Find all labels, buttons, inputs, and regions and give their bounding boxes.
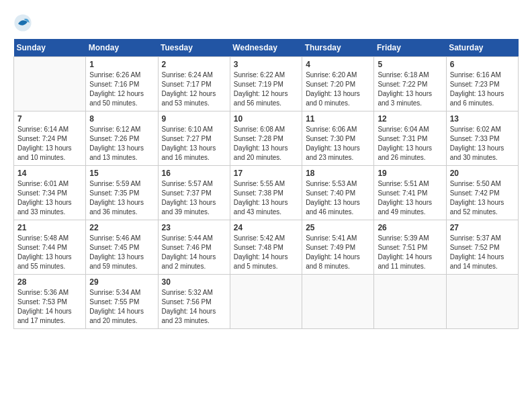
day-info-line: and 33 minutes. — [17, 208, 65, 216]
weekday-header-thursday: Thursday — [302, 39, 374, 57]
day-info-line: and 56 minutes. — [234, 99, 281, 107]
day-number: 28 — [17, 277, 82, 287]
day-info-line: Sunset: 7:46 PM — [162, 244, 212, 251]
day-cell: 25Sunrise: 5:41 AMSunset: 7:49 PMDayligh… — [302, 220, 374, 275]
day-cell: 21Sunrise: 5:48 AMSunset: 7:44 PMDayligh… — [14, 220, 86, 275]
day-info-line: Sunset: 7:38 PM — [234, 189, 283, 197]
day-info-line: Daylight: 13 hours — [89, 144, 144, 152]
day-info: Sunrise: 6:18 AMSunset: 7:22 PMDaylight:… — [378, 71, 442, 108]
day-info-line: Sunset: 7:51 PM — [378, 244, 427, 251]
day-info-line: Sunset: 7:26 PM — [89, 135, 139, 142]
day-info: Sunrise: 6:26 AMSunset: 7:16 PMDaylight:… — [89, 71, 154, 108]
day-info-line: and 13 minutes. — [89, 154, 137, 161]
day-info-line: Sunrise: 5:42 AM — [234, 234, 285, 242]
day-number: 6 — [450, 60, 515, 69]
day-info-line: Sunset: 7:44 PM — [17, 244, 67, 251]
day-info: Sunrise: 6:06 AMSunset: 7:30 PMDaylight:… — [306, 125, 370, 163]
day-info-line: Sunset: 7:22 PM — [378, 81, 427, 88]
week-row-3: 14Sunrise: 6:01 AMSunset: 7:34 PMDayligh… — [14, 166, 519, 220]
day-info-line: and 23 minutes. — [306, 154, 353, 161]
day-info-line: Sunset: 7:52 PM — [450, 244, 500, 251]
day-info-line: and 23 minutes. — [162, 317, 210, 324]
day-info-line: Sunset: 7:16 PM — [89, 81, 139, 88]
day-info: Sunrise: 6:22 AMSunset: 7:19 PMDaylight:… — [234, 71, 298, 108]
day-info-line: Sunset: 7:27 PM — [162, 135, 212, 142]
day-number: 20 — [450, 169, 515, 178]
day-info-line: Daylight: 12 hours — [89, 90, 144, 97]
day-info-line: Sunset: 7:37 PM — [162, 189, 212, 197]
logo — [13, 13, 35, 32]
day-cell: 10Sunrise: 6:08 AMSunset: 7:28 PMDayligh… — [230, 111, 302, 166]
day-number: 15 — [89, 169, 154, 178]
day-info: Sunrise: 5:41 AMSunset: 7:49 PMDaylight:… — [306, 234, 370, 271]
day-info-line: and 30 minutes. — [450, 154, 498, 161]
day-number: 5 — [378, 60, 442, 69]
day-number: 19 — [378, 169, 442, 178]
day-info-line: Daylight: 13 hours — [234, 199, 288, 206]
day-info-line: Daylight: 13 hours — [450, 90, 504, 97]
day-info-line: and 20 minutes. — [234, 154, 281, 161]
day-info: Sunrise: 6:16 AMSunset: 7:23 PMDaylight:… — [450, 71, 515, 108]
day-cell: 28Sunrise: 5:36 AMSunset: 7:53 PMDayligh… — [14, 275, 86, 329]
day-info-line: Daylight: 13 hours — [450, 144, 504, 152]
day-info-line: Daylight: 13 hours — [17, 144, 72, 152]
day-info-line: Sunset: 7:30 PM — [306, 135, 355, 142]
day-info-line: Sunrise: 6:08 AM — [234, 126, 285, 133]
day-info-line: and 20 minutes. — [89, 317, 137, 324]
day-cell: 6Sunrise: 6:16 AMSunset: 7:23 PMDaylight… — [446, 57, 518, 111]
day-number: 26 — [378, 223, 442, 232]
day-info: Sunrise: 5:44 AMSunset: 7:46 PMDaylight:… — [162, 234, 226, 271]
day-number: 21 — [17, 223, 82, 232]
weekday-header-tuesday: Tuesday — [158, 39, 230, 57]
day-info: Sunrise: 5:36 AMSunset: 7:53 PMDaylight:… — [17, 288, 82, 326]
day-info-line: Sunset: 7:35 PM — [89, 189, 139, 197]
weekday-header-row: SundayMondayTuesdayWednesdayThursdayFrid… — [14, 39, 519, 57]
day-number: 1 — [89, 60, 154, 69]
day-number: 12 — [378, 114, 442, 124]
day-info: Sunrise: 6:02 AMSunset: 7:33 PMDaylight:… — [450, 125, 515, 163]
day-info-line: Sunrise: 6:18 AM — [378, 71, 429, 79]
day-info-line: Daylight: 14 hours — [306, 253, 360, 261]
day-info-line: Sunset: 7:23 PM — [450, 81, 500, 88]
day-info-line: and 14 minutes. — [450, 263, 498, 270]
day-info: Sunrise: 6:24 AMSunset: 7:17 PMDaylight:… — [162, 71, 226, 108]
day-info-line: Sunrise: 5:55 AM — [234, 180, 285, 187]
day-info-line: Sunrise: 5:41 AM — [306, 234, 357, 242]
day-info-line: Daylight: 13 hours — [306, 90, 360, 97]
day-info-line: Sunset: 7:53 PM — [17, 298, 67, 306]
day-number: 7 — [17, 114, 82, 124]
day-cell: 23Sunrise: 5:44 AMSunset: 7:46 PMDayligh… — [158, 220, 230, 275]
day-info: Sunrise: 5:46 AMSunset: 7:45 PMDaylight:… — [89, 234, 154, 271]
day-info-line: and 8 minutes. — [306, 263, 350, 270]
day-info-line: Daylight: 14 hours — [162, 308, 216, 315]
day-info-line: Daylight: 13 hours — [378, 90, 432, 97]
day-cell: 3Sunrise: 6:22 AMSunset: 7:19 PMDaylight… — [230, 57, 302, 111]
day-info-line: Sunset: 7:45 PM — [89, 244, 139, 251]
day-cell — [302, 275, 374, 329]
day-cell: 5Sunrise: 6:18 AMSunset: 7:22 PMDaylight… — [374, 57, 446, 111]
day-cell: 17Sunrise: 5:55 AMSunset: 7:38 PMDayligh… — [230, 166, 302, 220]
day-number: 25 — [306, 223, 370, 232]
day-info-line: Sunset: 7:56 PM — [162, 298, 212, 306]
day-info-line: and 16 minutes. — [162, 154, 210, 161]
day-info-line: Sunset: 7:31 PM — [378, 135, 427, 142]
week-row-5: 28Sunrise: 5:36 AMSunset: 7:53 PMDayligh… — [14, 275, 519, 329]
week-row-2: 7Sunrise: 6:14 AMSunset: 7:24 PMDaylight… — [14, 111, 519, 166]
day-cell: 7Sunrise: 6:14 AMSunset: 7:24 PMDaylight… — [14, 111, 86, 166]
day-info-line: Sunrise: 5:59 AM — [89, 180, 140, 187]
day-info-line: Sunrise: 6:12 AM — [89, 126, 140, 133]
day-info-line: Sunset: 7:40 PM — [306, 189, 355, 197]
day-info-line: Sunrise: 6:26 AM — [89, 71, 140, 79]
day-cell: 1Sunrise: 6:26 AMSunset: 7:16 PMDaylight… — [86, 57, 158, 111]
day-info-line: Sunrise: 6:20 AM — [306, 71, 357, 79]
day-info-line: Daylight: 13 hours — [306, 144, 360, 152]
day-info: Sunrise: 6:20 AMSunset: 7:20 PMDaylight:… — [306, 71, 370, 108]
week-row-4: 21Sunrise: 5:48 AMSunset: 7:44 PMDayligh… — [14, 220, 519, 275]
day-info: Sunrise: 5:51 AMSunset: 7:41 PMDaylight:… — [378, 179, 442, 217]
day-info-line: Daylight: 13 hours — [162, 144, 216, 152]
weekday-header-monday: Monday — [86, 39, 158, 57]
day-number: 24 — [234, 223, 298, 232]
day-info-line: Daylight: 13 hours — [89, 253, 144, 261]
day-number: 14 — [17, 169, 82, 178]
day-info-line: Sunset: 7:20 PM — [306, 81, 355, 88]
